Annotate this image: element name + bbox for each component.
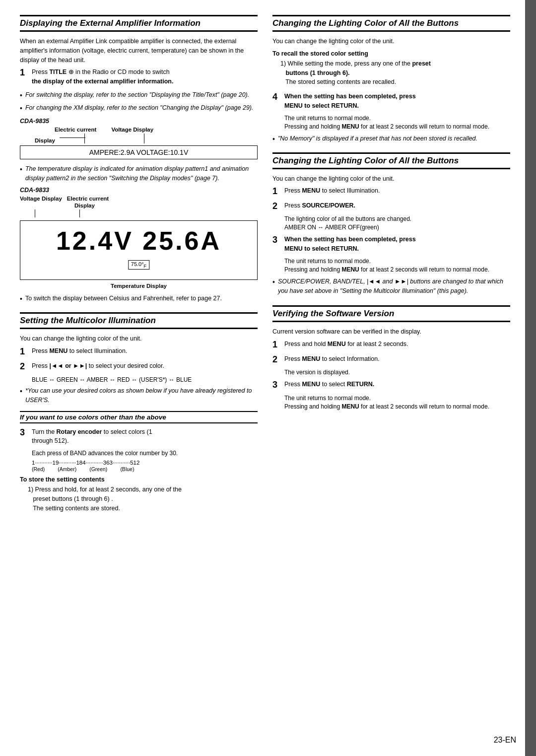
vert-line-v (35, 209, 35, 217)
asterisk-note-text: *You can use your desired colors as show… (25, 386, 258, 405)
step4-sub1-text: The unit returns to normal mode. (284, 115, 371, 122)
s4-step3-content: Press MENU to select RETURN. (284, 380, 510, 389)
section1-title: Displaying the External Amplifier Inform… (20, 15, 258, 32)
color-label-green: (Green) (89, 466, 107, 472)
s2-step2-content: Press |◄◄ or ►►| to select your desired … (32, 361, 258, 371)
section-changing-steps: Changing the Lighting Color of All the B… (272, 152, 510, 296)
section2-title: Setting the Multicolor Illumination (20, 312, 258, 329)
s2-step1-content: Press MENU to select Illumination. (32, 346, 258, 356)
s4-step2-bold: MENU (302, 355, 320, 362)
s3-step3-content: When the setting has been completed, pre… (284, 235, 510, 254)
section1-bullet1: For switching the display, refer to the … (20, 90, 258, 101)
section3-step1: 1 Press MENU to select Illumination. (272, 186, 510, 197)
store-step1: 1) Press and hold, for at least 2 second… (28, 485, 258, 513)
left-column: Displaying the External Amplifier Inform… (20, 15, 258, 731)
s3-step1-bold: MENU (302, 187, 320, 194)
cda9835-diagram: Electric current Voltage Display Display (20, 127, 258, 159)
s3-step3-sub1-text: The unit returns to normal mode. (284, 258, 371, 265)
voltage-label: Voltage Display (111, 127, 153, 133)
cda9835-top-labels: Electric current Voltage Display (55, 127, 258, 133)
step1-content: Press TITLE ⊕ in the Radio or CD mode to… (32, 68, 258, 86)
model2-label: CDA-9833 (20, 187, 258, 194)
step2-sub2: AMBER ON ↔ AMBER OFF(green) (284, 224, 510, 231)
s3-step2-num: 2 (272, 201, 284, 212)
s3-step3-bold: When the setting has been completed, pre… (284, 236, 416, 252)
section2-step1: 1 Press MENU to select Illumination. (20, 346, 258, 357)
s3-step3-sub2: Pressing and holding MENU for at least 2… (284, 266, 510, 273)
electric-label: Electric current (55, 127, 96, 133)
ampere-display: AMPERE:2.9A VOLTAGE:10.1V (89, 148, 188, 156)
recall-note: "No Memory" is displayed if a preset tha… (272, 134, 510, 144)
to-store-label: To store the setting contents (20, 476, 258, 483)
step4-sub1: The unit returns to normal mode. (284, 115, 510, 122)
color-label-red: (Red) (32, 466, 45, 472)
section4-intro: Current version software can be verified… (272, 327, 510, 337)
section1-bullet2: For changing the XM display, refer to th… (20, 103, 258, 114)
s2-step3-num: 3 (20, 427, 32, 438)
temp-box: 75.0°F (128, 260, 149, 270)
s3-step2-content: Press SOURCE/POWER. (284, 201, 510, 210)
source-note: SOURCE/POWER, BAND/TEL, |◄◄ and ►►| butt… (272, 277, 510, 296)
color-scale-nums: 1···········19···········184···········3… (32, 460, 258, 466)
section3b-title: Changing the Lighting Color of All the B… (272, 152, 510, 169)
color-range-text: BLUE ↔ GREEN ↔ AMBER ↔ RED ↔ (USER'S*) ↔… (32, 376, 192, 383)
s3-step3-sub1: The unit returns to normal mode. (284, 258, 510, 265)
color-label-amber: (Amber) (58, 466, 76, 472)
s3-step3-num: 3 (272, 235, 284, 246)
section2-step2: 2 Press |◄◄ or ►►| to select your desire… (20, 361, 258, 372)
s2-step2-num: 2 (20, 361, 32, 372)
s4-step3-bold: MENU (302, 381, 320, 388)
s3-step3-sub2-text: Pressing and holding MENU for at least 2… (284, 266, 489, 273)
model2-note-text: To switch the display between Celsius an… (25, 294, 222, 303)
step1-num: 1 (20, 68, 32, 78)
page: Displaying the External Amplifier Inform… (0, 0, 536, 756)
voltage-label-9833: Voltage Display (20, 196, 62, 202)
vert-line2 (144, 134, 144, 143)
recall-step1: 1) While setting the mode, press any one… (280, 59, 510, 87)
s4-step3-num: 3 (272, 380, 284, 391)
recall-bold: preset buttons (1 through 6). (280, 60, 431, 76)
s2-step2-bold: |◄◄ or ►►| (49, 362, 87, 369)
page-number: 23-EN (494, 730, 516, 746)
subsection-title: If you want to use colors other than the… (20, 411, 258, 423)
bullet1-text: For switching the display, refer to the … (25, 90, 249, 100)
s4-step3-bold2: RETURN. (347, 381, 375, 388)
vert-line1 (84, 134, 85, 143)
large-display-text: 12.4V 25.6A (25, 226, 252, 256)
s4-step3-sub1-text: The unit returns to normal mode. (284, 395, 371, 402)
s3-step4-content: When the setting has been completed, pre… (284, 92, 510, 111)
section3b-intro: You can change the lighting color of the… (272, 174, 510, 184)
s4-step1-content: Press and hold MENU for at least 2 secon… (284, 340, 510, 349)
s3-step4-num: 4 (272, 92, 284, 103)
s2-step3-content: Turn the Rotary encoder to select colors… (32, 427, 258, 446)
section1-step1: 1 Press TITLE ⊕ in the Radio or CD mode … (20, 68, 258, 86)
temp-display-label: Temperature Display (20, 283, 258, 289)
step1-bold2: the display of the external amplifier in… (32, 78, 173, 85)
large-display-box: 12.4V 25.6A 75.0°F (20, 220, 258, 280)
s4-step2-content: Press MENU to select Information. (284, 354, 510, 364)
section1-model1-note: The temperature display is indicated for… (20, 164, 258, 183)
to-recall-label: To recall the stored color setting (272, 50, 510, 57)
section2-step3: 3 Turn the Rotary encoder to select colo… (20, 427, 258, 446)
vert-line-e (79, 209, 80, 217)
section3-title: Changing the Lighting Color of All the B… (272, 15, 510, 32)
s3-step1-content: Press MENU to select Illumination. (284, 186, 510, 196)
ampere-box: AMPERE:2.9A VOLTAGE:10.1V (20, 145, 258, 159)
model1-note-text: The temperature display is indicated for… (25, 164, 258, 183)
section4-step3: 3 Press MENU to select RETURN. (272, 380, 510, 391)
cda9833-diagram: Voltage Display Electric current Display (20, 196, 258, 289)
source-note-text: SOURCE/POWER, BAND/TEL, |◄◄ and ►►| butt… (278, 277, 510, 296)
s3-step4-bold1: When the setting has been completed, pre… (284, 93, 416, 109)
band-note: Each press of BAND advances the color nu… (32, 450, 258, 457)
section4-step2: 2 Press MENU to select Information. (272, 354, 510, 365)
section-multicolor: Setting the Multicolor Illumination You … (20, 312, 258, 513)
s4-step2-num: 2 (272, 354, 284, 365)
s4-step3-sub2-text: Pressing and holding MENU for at least 2… (284, 403, 489, 410)
cda9833-top-labels: Voltage Display Electric current (20, 196, 258, 202)
s4-step1-num: 1 (272, 340, 284, 350)
color-scale-container: 1···········19···········184···········3… (32, 460, 258, 472)
step1-bold1: TITLE (49, 69, 67, 75)
color-range-line: BLUE ↔ GREEN ↔ AMBER ↔ RED ↔ (USER'S*) ↔… (32, 376, 258, 383)
model1-label: CDA-9835 (20, 118, 258, 125)
section2-intro: You can change the lighting color of the… (20, 334, 258, 344)
